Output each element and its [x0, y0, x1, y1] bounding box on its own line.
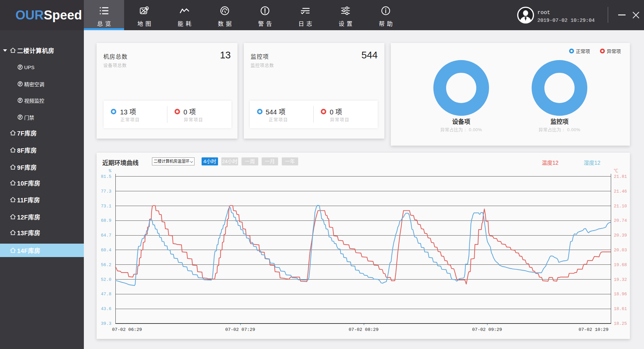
svg-text:52.0: 52.0 [101, 277, 111, 282]
svg-text:07-02 07:29: 07-02 07:29 [225, 327, 255, 332]
svg-text:07-02 08:29: 07-02 08:29 [348, 327, 378, 332]
svg-text:℃: ℃ [614, 168, 618, 173]
svg-text:20.74: 20.74 [614, 218, 627, 223]
svg-text:47.8: 47.8 [101, 292, 111, 297]
svg-text:77.3: 77.3 [101, 189, 111, 194]
svg-text:21.81: 21.81 [614, 174, 627, 179]
svg-text:56.2: 56.2 [101, 262, 111, 267]
svg-text:07-02 06:29: 07-02 06:29 [112, 327, 142, 332]
svg-text:21.46: 21.46 [614, 189, 627, 194]
svg-text:43.6: 43.6 [101, 306, 111, 311]
svg-text:20.39: 20.39 [614, 233, 627, 238]
svg-text:73.1: 73.1 [101, 204, 111, 209]
svg-text:39.3: 39.3 [101, 321, 111, 326]
svg-text:21.10: 21.10 [614, 204, 627, 209]
svg-text:18.25: 18.25 [614, 321, 627, 326]
svg-text:19.32: 19.32 [614, 277, 627, 282]
svg-text:20.03: 20.03 [614, 248, 627, 253]
svg-text:18.96: 18.96 [614, 292, 627, 297]
svg-text:19.68: 19.68 [614, 262, 627, 267]
svg-text:%: % [109, 168, 111, 173]
svg-text:07-02 09:29: 07-02 09:29 [472, 327, 502, 332]
svg-text:60.4: 60.4 [101, 248, 111, 253]
svg-text:18.61: 18.61 [614, 306, 627, 311]
svg-text:81.5: 81.5 [101, 174, 111, 179]
svg-text:64.7: 64.7 [101, 233, 111, 238]
svg-text:68.9: 68.9 [101, 218, 111, 223]
svg-text:07-02 10:29: 07-02 10:29 [579, 327, 608, 332]
